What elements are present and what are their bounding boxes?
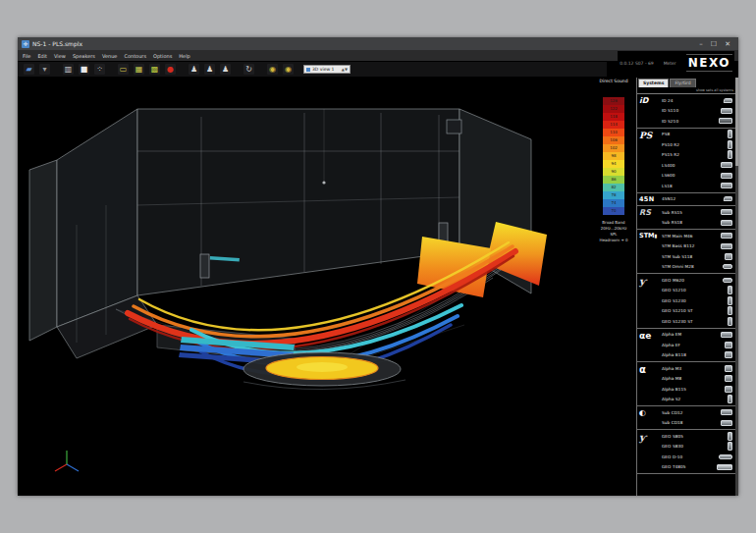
system-item[interactable]: STM Bass B112 [661,241,735,252]
colorbar-segment: 122 [603,105,624,113]
system-item[interactable]: Alpha M8 [661,374,735,385]
system-section: STMSTM Main M46STM Bass B112STM Sub S118… [637,230,735,274]
panel-scrollbar[interactable] [735,78,738,496]
sound-source-b-icon[interactable]: ◉ [283,64,294,75]
system-item-thumbnail [728,296,732,305]
menu-file[interactable]: File [23,53,30,59]
title-bar[interactable]: ✛ NS-1 - PLS.smplx – ☐ ✕ [18,37,738,50]
system-item[interactable]: GEO S1210 ST [661,306,735,317]
system-item[interactable]: ID S210 [661,116,735,127]
minimize-button[interactable]: – [699,40,703,48]
mapping-mode-label: Direct Sound [599,79,627,83]
system-item-label: Alpha S2 [662,397,728,401]
system-item[interactable]: Sub CD12 [661,407,735,418]
system-item[interactable]: GEO D-10 [661,452,735,462]
system-item-thumbnail [721,409,732,415]
system-item-thumbnail [719,454,732,459]
system-item[interactable]: Alpha B115 [661,384,735,395]
system-item-thumbnail [728,317,732,326]
colorbar-segment: 86 [603,176,624,184]
view-select-value: 3D view 1 [312,67,340,72]
menu-speakers[interactable]: Speakers [73,53,95,59]
tab-fly-grd[interactable]: Fly/Grd [670,79,695,87]
system-item[interactable]: Alpha B118 [661,350,735,361]
system-item[interactable]: GEO S1230 [661,295,735,306]
system-item-thumbnail [721,420,732,426]
menu-venue[interactable]: Venue [102,53,118,59]
mute-icon[interactable]: ● [165,64,176,75]
system-item[interactable]: STM Omni M28 [661,262,735,273]
caret-down-icon[interactable]: ▾ [39,64,50,75]
listener-c-icon[interactable]: ♟ [220,64,231,75]
system-item[interactable]: PS10 R2 [661,139,735,150]
listener-b-icon[interactable]: ♟ [204,64,215,75]
system-item[interactable]: LS400 [661,160,735,171]
venue-3d-viewport[interactable] [18,78,591,496]
system-item-label: STM Main M46 [662,234,721,239]
system-item[interactable]: Sub RS18 [661,218,735,229]
colorbar-segment: 114 [603,121,624,129]
system-item-label: 45N12 [662,196,724,201]
stop-icon[interactable]: ■ [79,64,89,75]
view-select[interactable]: 3D view 1 ▲▼ [303,65,351,74]
system-item[interactable]: GEO S805 [661,431,735,442]
system-item-label: Sub RS15 [662,210,721,215]
zone-icon[interactable]: ▭ [118,64,129,75]
system-item[interactable]: Alpha EM [661,330,735,341]
maximize-button[interactable]: ☐ [711,40,717,48]
open-folder-icon[interactable]: ▰ [24,64,34,75]
system-item[interactable]: Alpha EF [661,340,735,350]
spl-colorbar: 1261221181141101061029894908682787470 [603,97,624,215]
system-item-label: GEO S1230 [662,298,728,303]
system-item-label: LS600 [662,173,721,178]
venue-grid-icon[interactable]: ▦ [134,64,144,75]
system-item[interactable]: GEO S1230 ST [661,316,735,327]
system-item-thumbnail [728,395,732,403]
system-item[interactable]: Alpha M3 [661,363,735,374]
system-item[interactable]: ID S110 [661,106,735,117]
menu-view[interactable]: View [54,53,66,59]
system-item[interactable]: PS15 R2 [661,150,735,161]
save-icon[interactable]: ▥ [63,64,74,75]
system-item-thumbnail [725,351,732,358]
brand-logo-alpha: α [637,362,661,405]
system-item[interactable]: GEO S830 [661,442,735,453]
system-item[interactable]: STM Sub S118 [661,251,735,262]
system-item[interactable]: ID 24 [661,95,735,106]
menu-contours[interactable]: Contours [124,53,146,59]
spinner-arrows-icon[interactable]: ▲▼ [342,67,348,72]
share-nodes-icon[interactable]: ⁘ [94,64,105,75]
system-item[interactable]: GEO T4805 [661,462,735,473]
menu-options[interactable]: Options [153,53,172,59]
brand-logo-ps: PS [637,129,661,192]
systems-panel: SystemsFly/Grd show sets all systems iDI… [636,78,738,496]
system-item[interactable]: Sub CD18 [661,418,735,429]
rotate-view-icon[interactable]: ↻ [243,64,254,75]
system-item[interactable]: 45N12 [661,194,735,205]
close-button[interactable]: ✕ [725,40,730,48]
system-item[interactable]: Alpha S2 [661,395,735,405]
system-item-label: GEO D-10 [662,454,719,459]
system-item[interactable]: PS8 [661,130,735,140]
brand-logo-geo2: ƴ [637,430,661,473]
scrollbar-thumb[interactable] [735,78,738,166]
system-item-thumbnail [728,130,732,138]
system-item[interactable]: STM Main M46 [661,231,735,241]
listener-a-icon[interactable]: ♟ [189,64,199,75]
system-item-thumbnail [725,365,732,372]
tab-systems[interactable]: Systems [638,79,669,87]
system-item-thumbnail [725,342,732,348]
system-item[interactable]: LS18 [661,181,735,191]
system-item-thumbnail [723,278,732,283]
system-item[interactable]: LS600 [661,171,735,182]
sound-source-a-icon[interactable]: ◉ [267,64,278,75]
system-item[interactable]: Sub RS15 [661,207,735,218]
system-item[interactable]: GEO M620 [661,275,735,286]
system-item[interactable]: GEO S1210 [661,286,735,296]
menu-edit[interactable]: Edit [37,53,47,59]
menu-help[interactable]: Help [179,53,189,59]
system-item-thumbnail [721,209,732,215]
system-item-label: Sub CD18 [662,420,721,425]
speaker-array-icon[interactable]: ▩ [149,64,160,75]
system-section: 45N45N12 [637,193,735,207]
